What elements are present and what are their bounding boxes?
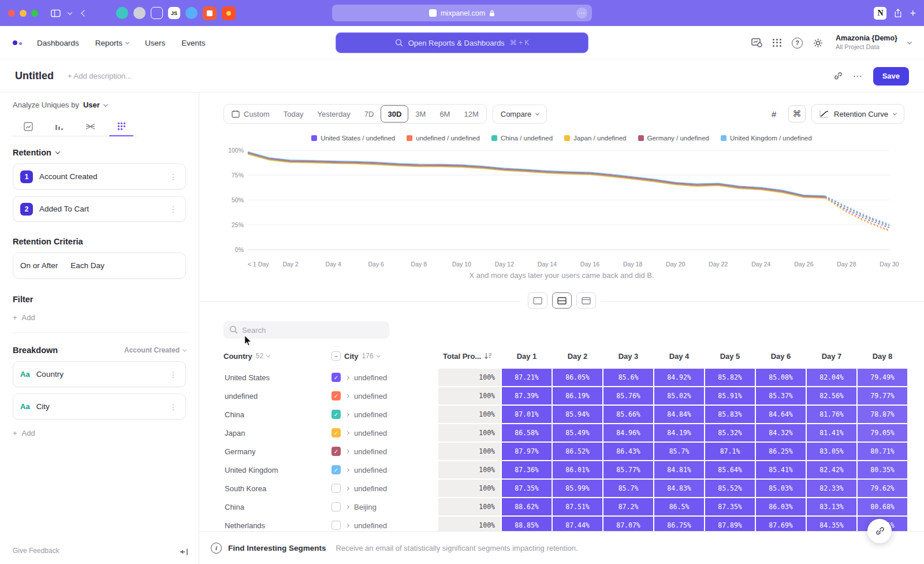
extension-icon-2[interactable]: [133, 7, 146, 19]
legend-item[interactable]: United States / undefined: [311, 135, 395, 142]
row-checkbox[interactable]: ✓: [331, 410, 341, 419]
retention-value-cell[interactable]: 85.83%: [705, 406, 755, 423]
retention-value-cell[interactable]: 86.05%: [553, 369, 602, 386]
retention-step[interactable]: 2Added To Cart⋮: [13, 196, 186, 222]
retention-value-cell[interactable]: 85.02%: [654, 387, 704, 405]
retention-value-cell[interactable]: 86.25%: [756, 443, 806, 460]
nav-item-events[interactable]: Events: [181, 39, 205, 47]
row-checkbox[interactable]: [331, 521, 341, 530]
retention-value-cell[interactable]: 84.32%: [756, 424, 806, 441]
expand-chevron-icon[interactable]: [345, 431, 349, 435]
country-cell[interactable]: United Kingdom: [223, 461, 330, 478]
retention-value-cell[interactable]: 86.58%: [502, 424, 552, 441]
find-segments-title[interactable]: Find Interesting Segments: [228, 544, 326, 552]
breakdown-scope-selector[interactable]: Account Created: [124, 346, 186, 354]
retention-value-cell[interactable]: 79.62%: [858, 480, 907, 497]
retention-value-cell[interactable]: 85.99%: [553, 480, 602, 497]
extension-icon-5[interactable]: [203, 6, 217, 20]
collapse-sidebar-icon[interactable]: [180, 548, 188, 556]
nav-item-dashboards[interactable]: Dashboards: [37, 39, 79, 47]
retention-section-title[interactable]: Retention: [13, 148, 186, 157]
retention-value-cell[interactable]: 86.5%: [654, 498, 704, 515]
give-feedback-link[interactable]: Give Feedback: [13, 547, 59, 555]
browser-sidebar-toggle-icon[interactable]: [48, 6, 63, 21]
retention-value-cell[interactable]: 79.49%: [858, 369, 907, 386]
retention-value-cell[interactable]: 85.49%: [553, 424, 602, 441]
expand-chevron-icon[interactable]: [345, 504, 349, 509]
kebab-menu-icon[interactable]: ⋮: [168, 402, 178, 411]
retention-value-cell[interactable]: 87.39%: [502, 387, 552, 405]
extension-icon-4[interactable]: [185, 7, 198, 19]
criteria-condition[interactable]: On or After: [20, 261, 58, 270]
retention-value-cell[interactable]: 82.42%: [807, 461, 856, 478]
day-column-header[interactable]: Day 1: [502, 352, 552, 361]
date-range-6m[interactable]: 6M: [433, 105, 457, 123]
keyboard-shortcuts-icon[interactable]: ⌘: [788, 105, 806, 123]
kebab-menu-icon[interactable]: ⋮: [168, 205, 178, 214]
retention-chart[interactable]: 100%75%50%25%0%< 1 DayDay 2Day 4Day 6Day…: [223, 146, 908, 270]
retention-value-cell[interactable]: 79.77%: [858, 387, 907, 405]
retention-value-cell[interactable]: 85.91%: [705, 387, 755, 405]
retention-value-cell[interactable]: 86.01%: [553, 461, 602, 478]
retention-value-cell[interactable]: 84.19%: [654, 424, 704, 441]
retention-value-cell[interactable]: 83.13%: [807, 498, 856, 515]
retention-value-cell[interactable]: 85.76%: [603, 387, 653, 405]
date-range-3m[interactable]: 3M: [408, 105, 433, 123]
row-checkbox[interactable]: ✓: [331, 428, 341, 437]
legend-item[interactable]: Japan / undefined: [564, 135, 626, 142]
row-checkbox[interactable]: [331, 502, 341, 511]
retention-value-cell[interactable]: 87.21%: [502, 369, 552, 386]
date-range-7d[interactable]: 7D: [357, 105, 381, 123]
country-cell[interactable]: China: [223, 406, 330, 423]
date-range-30d[interactable]: 30D: [381, 105, 408, 123]
copy-link-icon[interactable]: [833, 72, 843, 81]
help-icon[interactable]: ?: [792, 38, 803, 49]
row-checkbox[interactable]: ✓: [331, 391, 341, 400]
retention-value-cell[interactable]: 84.84%: [654, 406, 704, 423]
retention-value-cell[interactable]: 80.35%: [858, 461, 907, 478]
nav-item-users[interactable]: Users: [145, 39, 165, 47]
data-monitor-icon[interactable]: [751, 38, 762, 47]
retention-step[interactable]: 1Account Created⋮: [13, 164, 186, 190]
expand-chevron-icon[interactable]: [345, 394, 349, 398]
retention-value-cell[interactable]: 83.05%: [807, 443, 856, 460]
date-range-custom[interactable]: Custom: [225, 105, 277, 123]
retention-value-cell[interactable]: 84.96%: [603, 424, 653, 441]
retention-value-cell[interactable]: 78.87%: [858, 406, 907, 423]
expand-chevron-icon[interactable]: [345, 467, 349, 472]
retention-value-cell[interactable]: 84.83%: [654, 480, 704, 497]
retention-value-cell[interactable]: 79.05%: [858, 424, 907, 441]
compare-button[interactable]: Compare: [493, 105, 547, 124]
day-column-header[interactable]: Day 5: [705, 352, 755, 361]
new-tab-icon[interactable]: +: [910, 8, 916, 18]
chart-type-selector[interactable]: Retention Curve: [811, 104, 904, 124]
retention-value-cell[interactable]: 85.94%: [553, 406, 602, 423]
retention-value-cell[interactable]: 85.37%: [756, 387, 806, 405]
retention-value-cell[interactable]: 85.66%: [603, 406, 653, 423]
kebab-menu-icon[interactable]: ⋮: [168, 370, 178, 379]
window-close-button[interactable]: [8, 10, 15, 17]
select-all-checkbox[interactable]: –: [331, 351, 341, 361]
retention-value-cell[interactable]: 82.33%: [807, 480, 856, 497]
retention-value-cell[interactable]: 85.52%: [705, 480, 755, 497]
view-split-button[interactable]: [552, 292, 572, 309]
save-button[interactable]: Save: [873, 67, 909, 86]
retention-value-cell[interactable]: 81.41%: [807, 424, 856, 441]
city-cell[interactable]: Beijing: [331, 498, 437, 515]
notion-extension-icon[interactable]: N: [874, 7, 886, 20]
share-icon[interactable]: [894, 8, 902, 18]
breakdown-add-button[interactable]: + Add: [13, 429, 186, 448]
view-chart-only-button[interactable]: [528, 292, 547, 309]
mixpanel-logo-icon[interactable]: [13, 40, 22, 45]
retention-value-cell[interactable]: 86.19%: [553, 387, 602, 405]
tab-flows[interactable]: [75, 117, 106, 136]
legend-item[interactable]: China / undefined: [491, 135, 553, 142]
country-cell[interactable]: United States: [223, 369, 330, 386]
report-title[interactable]: Untitled: [15, 70, 54, 82]
add-description-button[interactable]: + Add description...: [68, 72, 132, 80]
criteria-interval[interactable]: Each Day: [70, 261, 105, 270]
extension-icon-6[interactable]: [222, 6, 236, 20]
extension-icon-3[interactable]: [151, 7, 163, 19]
retention-value-cell[interactable]: 85.41%: [756, 461, 806, 478]
retention-value-cell[interactable]: 85.77%: [603, 461, 653, 478]
